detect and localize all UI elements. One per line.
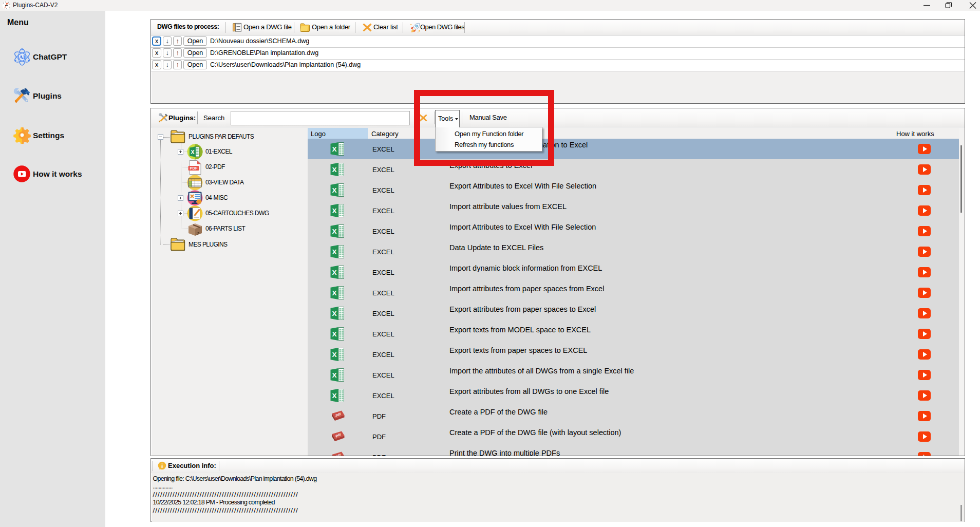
svg-text:X: X	[332, 269, 336, 276]
svg-text:X: X	[332, 186, 336, 194]
svg-text:X: X	[332, 371, 336, 379]
svg-text:X: X	[332, 145, 336, 153]
svg-text:X: X	[332, 207, 336, 215]
svg-text:X: X	[332, 351, 336, 359]
svg-text:X: X	[332, 289, 336, 297]
svg-text:PDF: PDF	[190, 166, 198, 171]
svg-text:X: X	[332, 228, 336, 235]
svg-text:X: X	[332, 166, 336, 174]
svg-text:X: X	[332, 392, 336, 400]
svg-text:X: X	[332, 310, 336, 317]
svg-text:X: X	[332, 330, 336, 338]
svg-text:X: X	[191, 149, 194, 155]
svg-text:AI: AI	[19, 54, 25, 60]
svg-text:X: X	[332, 248, 336, 256]
